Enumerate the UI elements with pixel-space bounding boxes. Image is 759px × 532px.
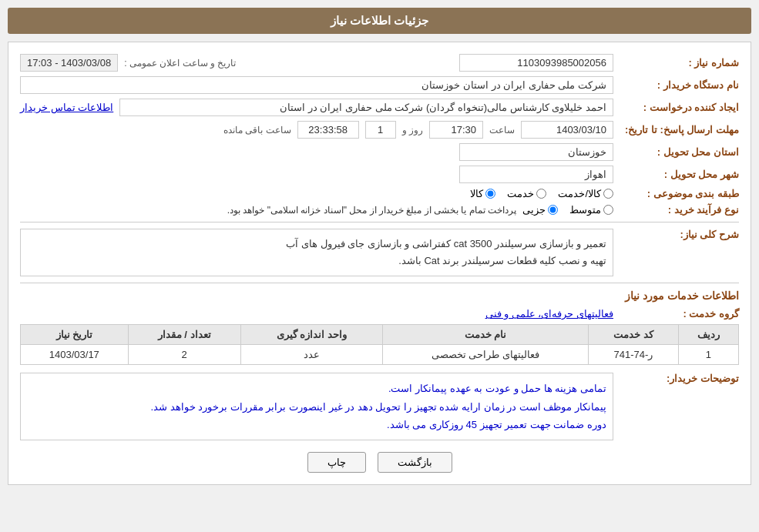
deadline-time-value: 17:30 [429, 121, 483, 139]
category-radio-khadamat[interactable] [536, 189, 546, 199]
buyer-notes-box: تمامی هزینه ها حمل و عودت به عهده پیمانک… [20, 373, 613, 440]
creator-name-value: احمد خلیلاوی کارشناس مالی(تنخواه گردان) … [119, 99, 613, 116]
reply-deadline-label: مهلت ارسال پاسخ: تا تاریخ: [620, 124, 739, 136]
purchase-type-radio-jozi[interactable] [548, 205, 558, 215]
city-label: شهر محل تحویل : [620, 169, 739, 180]
col-header-service-name: نام خدمت [382, 325, 588, 345]
purchase-type-label-jozi: جزیی [522, 204, 546, 216]
back-button[interactable]: بازگشت [378, 452, 452, 473]
purchase-type-label: نوع فرآیند خرید : [620, 204, 739, 216]
cell-quantity: 2 [128, 345, 240, 365]
col-header-quantity: تعداد / مقدار [128, 325, 240, 345]
buttons-row: بازگشت چاپ [20, 452, 739, 473]
category-radio-kala[interactable] [485, 189, 495, 199]
need-description-line1: تعمیر و بازسازی سرسیلندر cat 3500 کفتراش… [27, 236, 606, 253]
print-button[interactable]: چاپ [307, 452, 366, 473]
deadline-date-value: 1403/03/10 [521, 121, 613, 139]
creator-label: ایجاد کننده درخواست : [620, 102, 739, 113]
province-value: خوزستان [459, 143, 613, 161]
category-label-kala-khadamat: کالا/خدمت [558, 188, 601, 199]
category-option-khadamat[interactable]: خدمت [507, 188, 546, 199]
category-label-khadamat: خدمت [507, 188, 534, 199]
need-description-box: تعمیر و بازسازی سرسیلندر cat 3500 کفتراش… [20, 229, 613, 276]
city-value: اهواز [459, 166, 613, 183]
buyer-notes-line2: پیمانکار موظف است در زمان ارایه شده تجهی… [27, 398, 606, 416]
need-description-label: شرح کلی نیاز: [620, 229, 739, 240]
category-option-kala-khadamat[interactable]: کالا/خدمت [558, 188, 613, 199]
services-table: ردیف کد خدمت نام خدمت واحد اندازه گیری ت… [20, 324, 739, 365]
announcement-value: 1403/03/08 - 17:03 [20, 54, 118, 72]
purchase-type-radio-group: متوسط جزیی [522, 204, 613, 216]
time-label: ساعت [489, 125, 515, 136]
purchase-type-option-motavasset[interactable]: متوسط [569, 204, 613, 216]
service-group-label: گروه خدمت : [620, 308, 739, 320]
purchase-type-radio-motavasset[interactable] [603, 205, 613, 215]
purchase-note: پرداخت تمام یا بخشی از مبلغ خریدار از مح… [227, 205, 516, 216]
col-header-row-num: ردیف [678, 325, 738, 345]
col-header-service-code: کد خدمت [589, 325, 679, 345]
category-label-kala: کالا [470, 188, 483, 199]
day-label: روز و [402, 125, 423, 136]
buyer-label: نام دستگاه خریدار : [620, 79, 739, 91]
need-number-value: 1103093985002056 [459, 54, 613, 72]
purchase-type-label-motavasset: متوسط [569, 204, 601, 216]
remaining-time-value: 23:33:58 [297, 121, 359, 139]
buyer-notes-line3: دوره ضمانت جهت تعمیر تجهیز 45 روزکاری می… [27, 416, 606, 433]
col-header-unit: واحد اندازه گیری [240, 325, 382, 345]
buyer-notes-label: توضیحات خریدار: [620, 373, 739, 384]
service-group-value[interactable]: فعالیتهای حرفه‌ای، علمی و فنی [485, 308, 613, 320]
day-value: 1 [365, 121, 396, 139]
cell-unit: عدد [240, 345, 382, 365]
announcement-label: تاریخ و ساعت اعلان عمومی : [124, 58, 236, 69]
category-label: طبقه بندی موضوعی : [620, 188, 739, 199]
purchase-type-option-jozi[interactable]: جزیی [522, 204, 558, 216]
cell-need-date: 1403/03/17 [21, 345, 129, 365]
category-radio-group: کالا/خدمت خدمت کالا [470, 188, 613, 199]
cell-row-num: 1 [678, 345, 738, 365]
province-label: استان محل تحویل : [620, 146, 739, 158]
table-row: 1 ر-74-741 فعالیتهای طراحی تخصصی عدد 2 1… [21, 345, 739, 365]
cell-service-code: ر-74-741 [589, 345, 679, 365]
page-title: جزئیات اطلاعات نیاز [8, 8, 751, 34]
creator-contact-link[interactable]: اطلاعات تماس خریدار [20, 102, 113, 113]
services-section-title: اطلاعات خدمات مورد نیاز [20, 289, 739, 302]
need-number-label: شماره نیاز : [620, 57, 739, 69]
col-header-need-date: تاریخ نیاز [21, 325, 129, 345]
category-radio-kala-khadamat[interactable] [603, 189, 613, 199]
need-description-line2: تهیه و نصب کلیه قطعات سرسیلندر برند Cat … [27, 253, 606, 269]
remaining-label: ساعت باقی مانده [223, 125, 291, 136]
cell-service-name: فعالیتهای طراحی تخصصی [382, 345, 588, 365]
buyer-notes-line1: تمامی هزینه ها حمل و عودت به عهده پیمانک… [27, 380, 606, 397]
buyer-name-value: شرکت ملی حفاری ایران در استان خوزستان [20, 76, 613, 94]
category-option-kala[interactable]: کالا [470, 188, 495, 199]
